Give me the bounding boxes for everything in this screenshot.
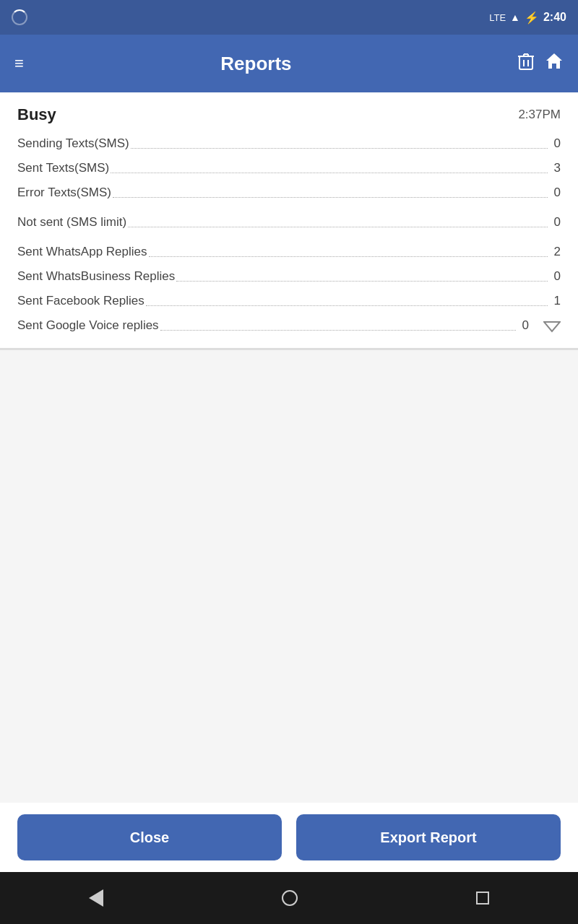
row-value: 0 (517, 318, 529, 333)
row-value: 0 (549, 186, 561, 200)
row-label: Sent Facebook Replies (17, 294, 144, 308)
row-value: 3 (549, 161, 561, 175)
dot-separator (146, 305, 548, 306)
app-bar: ≡ Reports (0, 35, 578, 92)
status-bar: LTE ▲ ⚡ 2:40 (0, 0, 578, 35)
dot-separator (113, 197, 548, 198)
list-item: Sending Texts(SMS) 0 (17, 131, 561, 156)
row-value: 0 (549, 215, 561, 230)
report-header: Busy 2:37PM (0, 92, 578, 131)
list-item: Sent WhatsApp Replies 2 (17, 235, 561, 264)
menu-icon[interactable]: ≡ (14, 54, 24, 73)
report-rows: Sending Texts(SMS) 0 Sent Texts(SMS) 3 E… (0, 131, 578, 348)
row-label: Not sent (SMS limit) (17, 215, 126, 230)
home-button[interactable] (282, 890, 298, 906)
list-item: Sent Texts(SMS) 3 (17, 156, 561, 180)
dot-separator (149, 256, 548, 257)
dot-separator (160, 330, 516, 331)
report-section: Busy 2:37PM Sending Texts(SMS) 0 Sent Te… (0, 92, 578, 349)
row-label: Sending Texts(SMS) (17, 136, 129, 151)
content-spacer (0, 350, 578, 803)
row-label: Sent WhatsBusiness Replies (17, 269, 175, 284)
dot-separator (111, 173, 548, 173)
export-report-button[interactable]: Export Report (296, 814, 561, 860)
status-time: 2:40 (543, 11, 566, 24)
bottom-buttons: Close Export Report (0, 803, 578, 872)
list-item: Sent WhatsBusiness Replies 0 (17, 264, 561, 289)
row-label: Sent Texts(SMS) (17, 161, 109, 175)
signal-bars-icon: ▲ (510, 12, 520, 23)
row-label: Sent Google Voice replies (17, 318, 159, 333)
row-value: 0 (549, 269, 561, 284)
close-button[interactable]: Close (17, 814, 282, 860)
report-time: 2:37PM (518, 108, 561, 122)
content-area: Busy 2:37PM Sending Texts(SMS) 0 Sent Te… (0, 92, 578, 872)
android-nav-bar (0, 872, 578, 924)
list-item: Error Texts(SMS) 0 (17, 180, 561, 205)
row-value: 1 (549, 294, 561, 308)
report-status: Busy (17, 105, 56, 124)
delete-icon[interactable] (517, 52, 535, 75)
list-item: Sent Facebook Replies 1 (17, 289, 561, 313)
lte-icon: LTE (489, 12, 506, 23)
svg-marker-8 (544, 322, 560, 331)
home-icon[interactable] (545, 52, 564, 75)
list-item: Not sent (SMS limit) 0 (17, 205, 561, 235)
row-label: Error Texts(SMS) (17, 186, 111, 200)
back-button[interactable] (89, 889, 103, 907)
status-bar-right: LTE ▲ ⚡ 2:40 (489, 11, 566, 25)
row-value: 0 (549, 136, 561, 151)
scroll-down-icon (543, 321, 561, 333)
svg-marker-7 (546, 53, 562, 69)
status-bar-left (12, 9, 27, 25)
page-title: Reports (38, 53, 474, 75)
battery-icon: ⚡ (525, 11, 539, 25)
row-label: Sent WhatsApp Replies (17, 245, 147, 259)
list-item: Sent Google Voice replies 0 (17, 313, 561, 338)
dot-separator (176, 281, 548, 282)
spinner-icon (12, 9, 27, 25)
app-bar-actions (517, 52, 564, 75)
dot-separator (131, 148, 548, 149)
dot-separator (128, 227, 548, 227)
recents-button[interactable] (476, 892, 489, 905)
row-value: 2 (549, 245, 561, 259)
svg-rect-0 (519, 56, 532, 69)
